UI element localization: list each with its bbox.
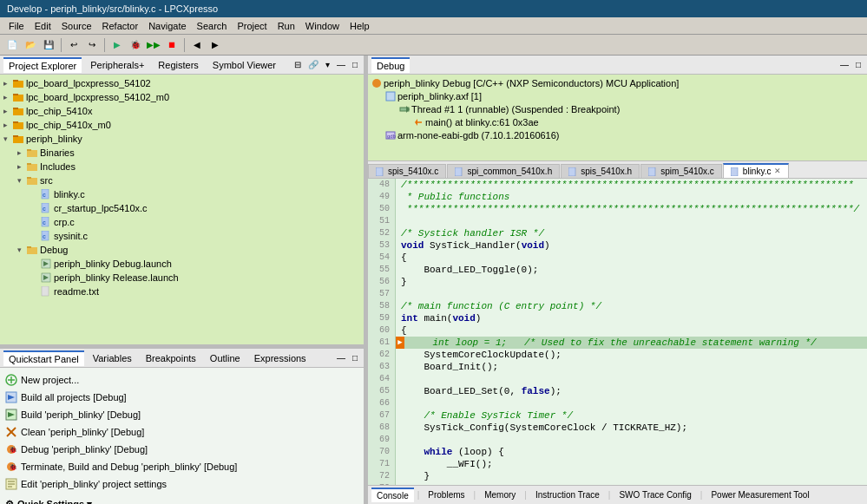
code-line-68: 68 SysTick_Config(SystemCoreClock / TICK…	[368, 422, 867, 434]
tab-file-icon	[376, 167, 384, 176]
qs-item-build--periph-blinky---debug-[interactable]: Build 'periph_blinky' [Debug]	[3, 406, 360, 423]
bottom-tab-swo-trace-config[interactable]: SWO Trace Config	[614, 488, 696, 501]
quick-settings-toggle[interactable]: ⚙Quick Settings ▾	[3, 496, 360, 504]
menu-item-navigate[interactable]: Navigate	[143, 19, 191, 33]
tree-label-lpc_chip_5410x_m0: lpc_chip_5410x_m0	[26, 120, 111, 130]
debug-header: Debug — □	[368, 56, 867, 75]
tree-item-periph_blinky[interactable]: ▾periph_blinky	[2, 132, 362, 146]
menu-item-file[interactable]: File	[3, 19, 30, 33]
svg-marker-52	[415, 119, 417, 126]
qs-minimize-btn[interactable]: —	[334, 352, 348, 363]
tree-item-periph_blinky_release[interactable]: periph_blinky Release.launch	[2, 271, 362, 285]
editor-tab-blinky-c[interactable]: blinky.c✕	[723, 163, 790, 178]
line-number: 69	[368, 434, 396, 446]
tab-variables[interactable]: Variables	[88, 351, 137, 365]
link-editor-btn[interactable]: 🔗	[305, 59, 321, 70]
tree-icon-cr_startup: c	[40, 202, 52, 214]
tree-item-lpc_board_lpcxpresso_54102_m0[interactable]: ▸lpc_board_lpcxpresso_54102_m0	[2, 90, 362, 104]
menu-item-project[interactable]: Project	[232, 19, 272, 33]
code-line-59: 59int main(void)	[368, 312, 867, 324]
tab-outline[interactable]: Outline	[205, 351, 246, 365]
right-panel: Debug — □ periph_blinky Debug [C/C++ (NX…	[368, 56, 867, 504]
collapse-all-btn[interactable]: ⊟	[292, 59, 304, 70]
tree-item-lpc_board_lpcxpresso_54102[interactable]: ▸lpc_board_lpcxpresso_54102	[2, 76, 362, 90]
debug-gdb-icon: gdb	[385, 129, 397, 141]
debug-tree-item[interactable]: Thread #1 1 (runnable) (Suspended : Brea…	[370, 102, 865, 115]
debug-maximize-btn[interactable]: □	[853, 59, 864, 70]
tab-project-explorer[interactable]: Project Explorer	[3, 57, 82, 73]
editor-tab-spi-common-5410x-h[interactable]: spi_common_5410x.h	[447, 164, 560, 178]
tree-item-blinky_c[interactable]: cblinky.c	[2, 187, 362, 201]
debug-tree[interactable]: periph_blinky Debug [C/C++ (NXP Semicond…	[368, 75, 867, 161]
toolbar-redo-btn[interactable]: ↪	[83, 37, 101, 53]
debug-tree-item[interactable]: periph_blinky.axf [1]	[370, 89, 865, 102]
tree-item-debug_folder[interactable]: ▾Debug	[2, 243, 362, 257]
menu-item-source[interactable]: Source	[56, 19, 97, 33]
tree-item-lpc_chip_5410x[interactable]: ▸lpc_chip_5410x	[2, 104, 362, 118]
menu-item-run[interactable]: Run	[273, 19, 300, 33]
tab-debug[interactable]: Debug	[371, 57, 410, 73]
debug-tree-item[interactable]: periph_blinky Debug [C/C++ (NXP Semicond…	[370, 76, 865, 89]
tab-quickstart[interactable]: Quickstart Panel	[3, 350, 84, 366]
tree-item-readme[interactable]: readme.txt	[2, 285, 362, 298]
code-editor[interactable]: 48/*************************************…	[368, 179, 867, 485]
menu-item-window[interactable]: Window	[300, 19, 345, 33]
tree-icon-debug_folder	[26, 244, 38, 256]
tree-item-sysinit_c[interactable]: csysinit.c	[2, 229, 362, 243]
toolbar-new-btn[interactable]: 📄	[3, 37, 21, 53]
svg-rect-5	[13, 108, 18, 109]
qs-item-new-project---[interactable]: New project...	[3, 371, 360, 389]
toolbar-debug-btn[interactable]: 🐞	[127, 37, 144, 53]
toolbar-stop-btn[interactable]: ⏹	[163, 37, 181, 53]
bottom-tab-instruction-trace[interactable]: Instruction Trace	[530, 488, 605, 501]
editor-tab-spis-5410x-h[interactable]: spis_5410x.h	[561, 164, 640, 178]
toolbar-build-btn[interactable]: ▶	[108, 37, 126, 53]
debug-tree-item[interactable]: gdbarm-none-eabi-gdb (7.10.1.20160616)	[370, 128, 865, 141]
editor-tab-spim-5410x-c[interactable]: spim_5410x.c	[640, 164, 722, 178]
toolbar-open-btn[interactable]: 📂	[22, 37, 39, 53]
toolbar-fwd-btn[interactable]: ▶	[207, 37, 224, 53]
toolbar-run-btn[interactable]: ▶▶	[145, 37, 162, 53]
tab-registers[interactable]: Registers	[153, 58, 203, 72]
menu-item-search[interactable]: Search	[192, 19, 233, 33]
menu-item-help[interactable]: Help	[345, 19, 375, 33]
tree-item-includes[interactable]: ▸Includes	[2, 160, 362, 173]
tab-close-btn[interactable]: ✕	[774, 167, 781, 175]
debug-tree-item[interactable]: main() at blinky.c:61 0x3ae	[370, 115, 865, 128]
toolbar-save-btn[interactable]: 💾	[40, 37, 57, 53]
svg-rect-2	[13, 95, 23, 101]
menu-item-edit[interactable]: Edit	[30, 19, 56, 33]
qs-item-build-all-projects--debug-[interactable]: Build all projects [Debug]	[3, 389, 360, 406]
tree-item-lpc_chip_5410x_m0[interactable]: ▸lpc_chip_5410x_m0	[2, 118, 362, 132]
qs-item-label: Build all projects [Debug]	[21, 392, 127, 403]
tree-item-crp_c[interactable]: ccrp.c	[2, 215, 362, 229]
panel-menu-btn[interactable]: ▾	[323, 59, 332, 70]
tree-item-periph_blinky_debug[interactable]: periph_blinky Debug.launch	[2, 257, 362, 271]
maximize-panel-btn[interactable]: □	[350, 59, 360, 70]
toolbar-back-btn[interactable]: ◀	[188, 37, 206, 53]
bottom-tab-power-measurement-tool[interactable]: Power Measurement Tool	[706, 488, 814, 501]
toolbar-undo-btn[interactable]: ↩	[65, 37, 82, 53]
qs-item-icon	[5, 409, 17, 421]
tab-expressions[interactable]: Expressions	[249, 351, 312, 365]
tab-peripherals[interactable]: Peripherals+	[85, 58, 149, 72]
qs-item-edit--periph-blinky--project-settings[interactable]: Edit 'periph_blinky' project settings	[3, 475, 360, 493]
editor-tab-spis-5410x-c[interactable]: spis_5410x.c	[368, 164, 446, 178]
bottom-tab-console[interactable]: Console	[371, 488, 414, 502]
project-tree[interactable]: ▸lpc_board_lpcxpresso_54102▸lpc_board_lp…	[0, 75, 364, 344]
tree-item-src[interactable]: ▾src	[2, 173, 362, 187]
bottom-tab-memory[interactable]: Memory	[479, 488, 521, 501]
tab-breakpoints[interactable]: Breakpoints	[141, 351, 201, 365]
debug-minimize-btn[interactable]: —	[837, 59, 851, 70]
menu-item-refactor[interactable]: Refactor	[97, 19, 144, 33]
tab-symbol-viewer[interactable]: Symbol Viewer	[207, 58, 281, 72]
qs-item-debug--periph-blinky---debug-[interactable]: 🐞Debug 'periph_blinky' [Debug]	[3, 441, 360, 458]
qs-item-clean--periph-blinky---debug-[interactable]: Clean 'periph_blinky' [Debug]	[3, 423, 360, 441]
qs-maximize-btn[interactable]: □	[350, 352, 360, 363]
minimize-panel-btn[interactable]: —	[334, 59, 348, 70]
tree-item-binaries[interactable]: ▸Binaries	[2, 146, 362, 160]
qs-item-terminate--build-and-debug--periph-blinky---debug-[interactable]: 🐞Terminate, Build and Debug 'periph_blin…	[3, 458, 360, 475]
line-content: int loop = 1; /* Used to fix the unreach…	[404, 337, 817, 349]
tree-item-cr_startup[interactable]: ccr_startup_lpc5410x.c	[2, 201, 362, 215]
bottom-tab-problems[interactable]: Problems	[423, 488, 470, 501]
